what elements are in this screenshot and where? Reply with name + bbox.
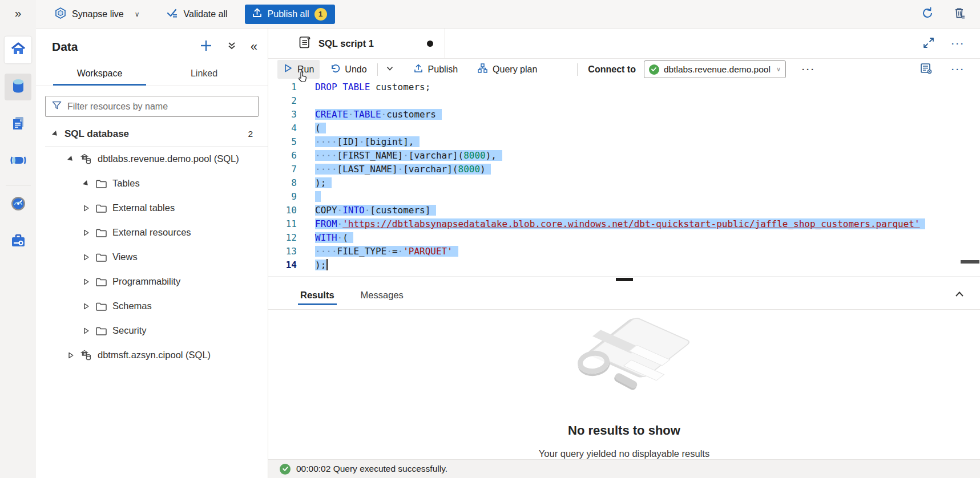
code-editor[interactable]: 1234567891011121314 DROP TABLE customers… xyxy=(268,80,980,278)
expand-editor-button[interactable] xyxy=(922,36,935,51)
tab-more-actions-button[interactable]: ··· xyxy=(950,38,966,49)
tree-item-security[interactable]: Security xyxy=(36,318,268,343)
tab-linked[interactable]: Linked xyxy=(152,63,256,85)
line-number[interactable]: 3 xyxy=(268,108,312,121)
line-number[interactable]: 5 xyxy=(268,135,312,149)
tab-results[interactable]: Results xyxy=(291,283,344,307)
add-resource-button[interactable] xyxy=(198,38,214,55)
chevron-collapsed-icon[interactable] xyxy=(82,303,90,310)
line-number[interactable]: 12 xyxy=(268,231,312,245)
ellipsis-icon: ··· xyxy=(951,65,965,74)
rail-divider xyxy=(6,185,31,185)
line-number[interactable]: 6 xyxy=(268,149,312,163)
left-nav-rail: » xyxy=(0,0,36,478)
collapse-panel-button[interactable]: « xyxy=(249,39,259,54)
ellipsis-icon: ··· xyxy=(951,39,965,48)
chevron-collapsed-icon[interactable] xyxy=(67,352,75,359)
publish-upload-icon xyxy=(252,7,263,21)
code-line[interactable]: WITH·( xyxy=(315,231,971,245)
code-line[interactable] xyxy=(315,190,971,204)
tree-item-label: Views xyxy=(112,252,138,262)
chevron-collapsed-icon[interactable] xyxy=(82,327,90,334)
code-line[interactable]: ); xyxy=(315,176,971,190)
chevron-collapsed-icon[interactable] xyxy=(82,205,90,212)
nav-integrate[interactable] xyxy=(5,148,31,175)
folder-icon xyxy=(95,326,107,336)
filter-resources-input[interactable] xyxy=(67,102,252,112)
toolbar-more-button[interactable]: ··· xyxy=(950,64,966,75)
code-line[interactable]: ····[FIRST_NAME]·[varchar](8000), xyxy=(315,149,971,163)
code-line[interactable]: ); xyxy=(315,258,971,272)
line-number[interactable]: 9 xyxy=(268,190,312,204)
tree-item-programmability[interactable]: Programmability xyxy=(36,269,268,294)
line-number[interactable]: 13 xyxy=(268,245,312,258)
resource-tree: SQL database2dbtlabs.revenue.demo.pool (… xyxy=(36,121,268,367)
tab-messages[interactable]: Messages xyxy=(352,283,413,307)
results-empty-state: No results to show Your query yielded no… xyxy=(268,310,980,459)
double-chevron-down-icon xyxy=(227,40,237,52)
chevron-expanded-icon[interactable] xyxy=(67,156,75,163)
chevron-collapsed-icon[interactable] xyxy=(82,254,90,261)
chevron-expanded-icon[interactable] xyxy=(51,131,59,137)
ellipsis-icon: ··· xyxy=(802,65,816,74)
undo-redo-dropdown[interactable] xyxy=(382,60,397,79)
environment-switcher[interactable]: Synapse live ∨ xyxy=(54,7,140,22)
tree-item-sql-database[interactable]: SQL database2 xyxy=(36,121,268,146)
line-number[interactable]: 7 xyxy=(268,163,312,176)
double-chevron-right-icon: » xyxy=(15,6,22,20)
code-line[interactable]: CREATE·TABLE·customers xyxy=(315,108,971,121)
code-line[interactable]: FROM·'https://dbtlabsynapsedatalake.blob… xyxy=(315,217,971,231)
line-number[interactable]: 8 xyxy=(268,176,312,190)
code-line[interactable] xyxy=(315,94,971,108)
code-line[interactable]: ····[LAST_NAME]·[varchar](8000) xyxy=(315,163,971,176)
filter-funnel-icon xyxy=(51,100,62,113)
refresh-button[interactable] xyxy=(919,5,935,23)
scrollbar-thumb[interactable] xyxy=(961,260,979,264)
pool-connected-icon xyxy=(649,64,659,75)
collapse-all-button[interactable] xyxy=(225,39,238,54)
tree-item-external-tables[interactable]: External tables xyxy=(36,196,268,220)
line-number[interactable]: 4 xyxy=(268,121,312,135)
tree-item-tables[interactable]: Tables xyxy=(36,171,268,196)
nav-develop[interactable] xyxy=(5,111,31,137)
line-number[interactable]: 10 xyxy=(268,204,312,217)
nav-monitor[interactable] xyxy=(5,191,31,218)
undo-button[interactable]: Undo xyxy=(324,60,372,79)
tab-workspace[interactable]: Workspace xyxy=(47,63,152,85)
tree-item-external-resources[interactable]: External resources xyxy=(36,220,268,245)
code-line[interactable]: DROP TABLE customers; xyxy=(315,80,971,94)
environment-label: Synapse live xyxy=(72,9,124,19)
code-line[interactable]: COPY·INTO·[customers] xyxy=(315,204,971,217)
folder-icon xyxy=(95,203,107,213)
collapse-results-button[interactable] xyxy=(953,287,966,303)
connect-more-button[interactable]: ··· xyxy=(801,64,817,75)
query-plan-button[interactable]: Query plan xyxy=(471,60,543,79)
line-number[interactable]: 2 xyxy=(268,94,312,108)
tree-item-dbtmsft-azsyn-cipool-sql[interactable]: dbtmsft.azsyn.cipool (SQL) xyxy=(36,343,268,367)
nav-manage[interactable] xyxy=(5,228,31,255)
publish-button[interactable]: Publish xyxy=(408,60,463,79)
code-line[interactable]: ····[ID]·[bigint], xyxy=(315,135,971,149)
discard-button[interactable] xyxy=(951,5,967,23)
chevron-collapsed-icon[interactable] xyxy=(82,278,90,285)
chevron-expanded-icon[interactable] xyxy=(82,180,90,187)
line-number[interactable]: 14 xyxy=(268,258,312,272)
query-status-text: 00:00:02 Query executed successfully. xyxy=(296,464,447,474)
chevron-collapsed-icon[interactable] xyxy=(82,229,90,236)
code-line[interactable]: ( xyxy=(315,121,971,135)
connect-to-pool-dropdown[interactable]: dbtlabs.revenue.demo.pool ∨ xyxy=(644,60,786,78)
line-number[interactable]: 11 xyxy=(268,217,312,231)
tree-item-dbtlabs-revenue-demo-pool-sql[interactable]: dbtlabs.revenue.demo.pool (SQL) xyxy=(36,147,268,171)
publish-all-button[interactable]: Publish all 1 xyxy=(245,5,335,24)
tree-item-schemas[interactable]: Schemas xyxy=(36,294,268,318)
script-settings-button[interactable] xyxy=(918,60,934,78)
validate-all-button[interactable]: Validate all xyxy=(166,7,228,22)
tree-item-label: dbtmsft.azsyn.cipool (SQL) xyxy=(98,350,211,360)
code-line[interactable]: ····FILE_TYPE·=·'PARQUET' xyxy=(315,245,971,258)
tab-sql-script-1[interactable]: SQL script 1 xyxy=(268,29,445,58)
nav-data[interactable] xyxy=(5,74,31,100)
rail-expand-button[interactable]: » xyxy=(0,0,36,26)
run-button[interactable]: Run xyxy=(277,60,320,79)
tree-item-views[interactable]: Views xyxy=(36,245,268,269)
nav-home[interactable] xyxy=(5,37,31,63)
